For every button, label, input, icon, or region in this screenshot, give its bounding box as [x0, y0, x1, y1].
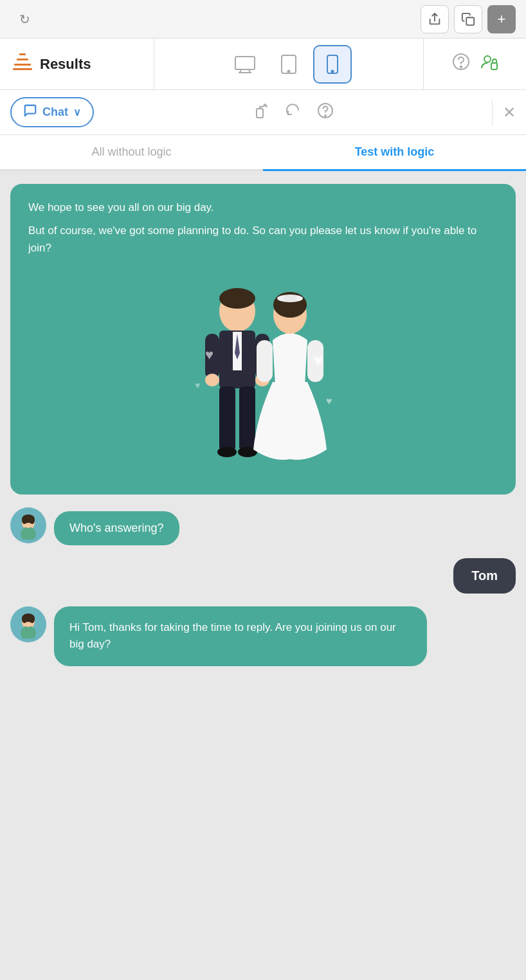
- spray-button[interactable]: [253, 102, 269, 123]
- results-title: Results: [40, 56, 91, 73]
- share-button[interactable]: [421, 5, 449, 33]
- user-reply-row: Tom: [0, 558, 526, 594]
- svg-point-16: [484, 56, 491, 62]
- svg-point-50: [22, 516, 27, 524]
- browser-bar: ↻ +: [0, 0, 526, 39]
- svg-text:♥: ♥: [313, 350, 323, 370]
- user-reply-text: Tom: [471, 568, 498, 583]
- bot-avatar-2: [10, 606, 46, 642]
- svg-rect-6: [235, 57, 255, 69]
- svg-rect-18: [257, 109, 263, 118]
- svg-rect-5: [13, 68, 32, 70]
- tab-row: All without logic Test with logic: [0, 135, 526, 171]
- bot-avatar: [10, 507, 46, 543]
- chat-dropdown[interactable]: Chat ∨: [10, 97, 94, 127]
- svg-rect-1: [466, 17, 474, 25]
- followup-text: Hi Tom, thanks for taking the time to re…: [69, 621, 396, 650]
- question-bubble: Who's answering?: [54, 511, 179, 545]
- new-tab-button[interactable]: +: [487, 5, 516, 33]
- svg-point-24: [219, 288, 255, 309]
- device-icons: [154, 45, 423, 84]
- svg-rect-3: [17, 59, 28, 60]
- svg-rect-33: [239, 386, 255, 451]
- svg-text:♥: ♥: [326, 395, 332, 406]
- question-row: Who's answering?: [0, 507, 526, 545]
- svg-point-53: [25, 523, 32, 528]
- wedding-illustration: ♥ ♥ ♥ ♥: [28, 263, 498, 495]
- question-text: Who's answering?: [69, 522, 164, 534]
- chat-area: We hope to see you all on our big day. B…: [0, 171, 526, 980]
- app-header: Results: [0, 39, 526, 90]
- followup-bubble: Hi Tom, thanks for taking the time to re…: [54, 606, 427, 666]
- svg-point-30: [205, 374, 219, 386]
- svg-point-20: [265, 105, 266, 106]
- svg-point-58: [30, 615, 35, 623]
- toolbar-actions: [104, 102, 482, 123]
- followup-row: Hi Tom, thanks for taking the time to re…: [0, 606, 526, 666]
- svg-point-51: [30, 516, 35, 524]
- svg-point-15: [460, 66, 461, 68]
- chat-bubble-icon: [23, 104, 37, 121]
- svg-rect-39: [284, 295, 296, 302]
- tab-test-with-logic[interactable]: Test with logic: [263, 135, 526, 171]
- intro-text-2: But of course, we've got some planning t…: [28, 222, 498, 257]
- results-icon: [13, 52, 32, 76]
- svg-rect-41: [257, 340, 273, 382]
- desktop-icon[interactable]: [226, 45, 264, 84]
- mobile-icon[interactable]: [313, 45, 352, 84]
- duplicate-button[interactable]: [454, 5, 482, 33]
- user-reply-bubble: Tom: [453, 558, 516, 594]
- refresh-button[interactable]: [285, 102, 302, 123]
- svg-point-22: [325, 115, 326, 116]
- svg-rect-32: [219, 386, 235, 451]
- chat-label: Chat: [42, 105, 68, 119]
- help-button[interactable]: [317, 102, 334, 123]
- help-circle-icon[interactable]: [452, 53, 470, 75]
- user-lock-icon[interactable]: [480, 53, 498, 75]
- chevron-down-icon: ∨: [73, 106, 81, 118]
- intro-text-1: We hope to see you all on our big day.: [28, 199, 498, 216]
- svg-rect-4: [19, 53, 26, 55]
- browser-bar-left: ↻: [10, 5, 39, 33]
- intro-bubble: We hope to see you all on our big day. B…: [10, 184, 516, 495]
- toolbar-row: Chat ∨ ✕: [0, 90, 526, 135]
- svg-text:♥: ♥: [195, 380, 200, 390]
- tablet-icon[interactable]: [269, 45, 308, 84]
- tab-all-without-logic[interactable]: All without logic: [0, 135, 263, 171]
- close-button[interactable]: ✕: [492, 100, 516, 125]
- close-icon: ✕: [503, 104, 516, 122]
- svg-point-57: [22, 615, 27, 623]
- svg-point-13: [332, 70, 334, 72]
- svg-text:♥: ♥: [205, 347, 213, 363]
- results-section: Results: [0, 39, 154, 90]
- svg-rect-17: [491, 63, 497, 69]
- svg-point-60: [25, 622, 32, 627]
- svg-rect-2: [14, 64, 31, 66]
- svg-point-11: [288, 70, 290, 72]
- svg-point-34: [217, 447, 237, 457]
- browser-bar-right: +: [421, 5, 516, 33]
- right-icons: [423, 39, 526, 90]
- reload-button[interactable]: ↻: [10, 5, 39, 33]
